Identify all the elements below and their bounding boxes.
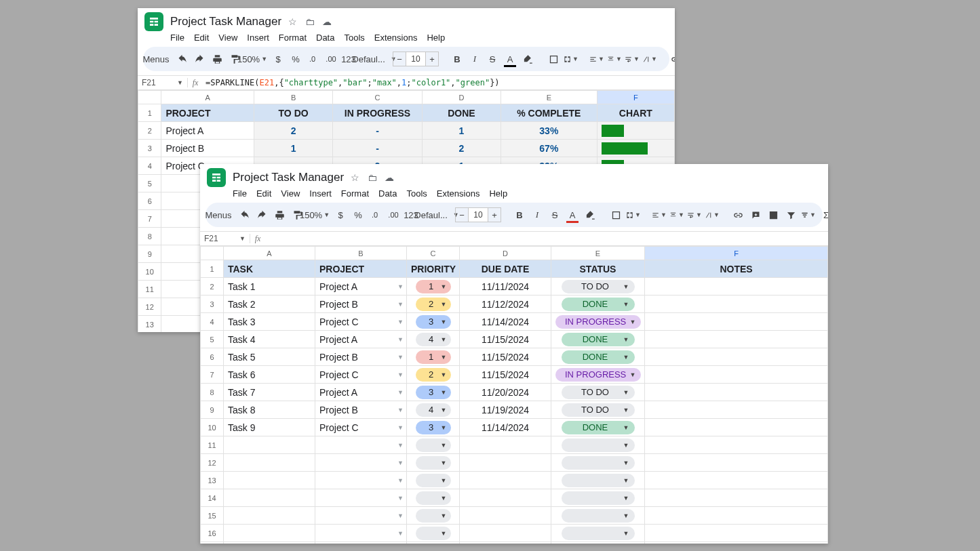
cell-notes[interactable] [645,419,828,436]
cell-due[interactable]: 11/15/2024 [460,348,551,366]
cell-status[interactable]: .▼ [551,489,645,507]
cell-priority[interactable]: .▼ [407,542,460,544]
italic-button[interactable]: I [530,206,545,224]
cell-task[interactable] [224,436,315,454]
status-pill[interactable]: TO DO▼ [562,386,635,399]
cell-priority[interactable]: 3▼ [407,419,460,436]
status-pill[interactable]: DONE▼ [562,298,635,311]
cell-status[interactable]: TO DO▼ [551,384,645,401]
hdr-due[interactable]: DUE DATE [460,260,551,278]
menu-view[interactable]: View [281,188,300,199]
cell-task[interactable]: Task 8 [224,401,315,419]
percent-button[interactable]: % [351,206,366,224]
cell-inprogress[interactable]: - [333,122,422,140]
cell-due[interactable]: 11/19/2024 [460,401,551,419]
cell-project[interactable]: ▼ [315,472,407,489]
col-D[interactable]: D [460,247,551,260]
fill-color-button[interactable] [520,50,535,68]
cell-due[interactable] [460,542,551,544]
col-F[interactable]: F [645,247,828,260]
search-menus[interactable]: Menus [149,50,163,68]
borders-button[interactable] [608,206,623,224]
cell-status[interactable]: TO DO▼ [551,278,645,295]
decrease-decimal-button[interactable]: .0 [306,50,321,68]
row-12[interactable]: 12 [201,454,224,472]
cell-task[interactable]: Task 6 [224,366,315,384]
row-2[interactable]: 2 [138,122,161,140]
row-2[interactable]: 2 [201,278,224,295]
font-size-increase[interactable]: + [425,52,439,66]
cell-notes[interactable] [645,454,828,472]
priority-pill[interactable]: 3▼ [416,386,451,399]
priority-pill[interactable]: .▼ [416,474,451,487]
menu-tools[interactable]: Tools [406,188,427,199]
name-box[interactable]: F21▼ [138,78,188,87]
cell-notes[interactable] [645,278,828,295]
status-pill[interactable]: .▼ [562,438,635,452]
row-11[interactable]: 11 [201,436,224,454]
star-icon[interactable]: ☆ [351,172,359,183]
col-A[interactable]: A [161,91,254,104]
cell-inprogress[interactable]: - [333,140,422,157]
cell-project[interactable]: Project A▼ [315,331,407,348]
col-F[interactable]: F [597,91,674,104]
cell-notes[interactable] [645,472,828,489]
cell-task[interactable]: Task 4 [224,331,315,348]
status-pill[interactable]: .▼ [562,491,635,505]
cell-task[interactable] [224,507,315,525]
cell-status[interactable]: DONE▼ [551,295,645,313]
document-title[interactable]: Project Task Manager [170,15,281,28]
strike-button[interactable]: S [547,206,562,224]
cell-due[interactable] [460,489,551,507]
cell-task[interactable] [224,472,315,489]
cell-pct[interactable]: 67% [501,140,597,157]
cell-project[interactable]: Project B▼ [315,348,407,366]
cell-project[interactable]: Project B▼ [315,295,407,313]
cell-priority[interactable]: .▼ [407,489,460,507]
hdr-3[interactable]: % COMPLETE [501,104,597,122]
cell-chart[interactable] [597,122,674,140]
wrap-button[interactable]: ▼ [687,206,702,224]
undo-button[interactable] [174,50,189,68]
cloud-icon[interactable]: ☁ [385,172,394,183]
cell-priority[interactable]: 4▼ [407,401,460,419]
row-12[interactable]: 12 [138,298,161,316]
cell-status[interactable]: .▼ [551,542,645,544]
status-pill[interactable]: TO DO▼ [562,403,635,417]
cell-notes[interactable] [645,507,828,525]
row-7[interactable]: 7 [201,366,224,384]
cell-notes[interactable] [645,401,828,419]
cell-project[interactable]: ▼ [315,542,407,544]
priority-pill[interactable]: .▼ [416,509,451,523]
cell-pct[interactable]: 33% [501,122,597,140]
merge-button[interactable]: ▼ [564,50,579,68]
menu-data[interactable]: Data [378,188,397,199]
menu-file[interactable]: File [233,188,247,199]
document-title[interactable]: Project Task Manager [233,171,344,184]
priority-pill[interactable]: 1▼ [416,280,451,293]
cell-project[interactable]: ▼ [315,507,407,525]
cell-task[interactable]: Task 5 [224,348,315,366]
decrease-decimal-button[interactable]: .0 [368,206,383,224]
bold-button[interactable]: B [450,50,465,68]
hdr-notes[interactable]: NOTES [645,260,828,278]
cell-due[interactable]: 11/14/2024 [460,419,551,436]
row-11[interactable]: 11 [138,281,161,298]
h-align-button[interactable]: ▼ [589,50,604,68]
cell-notes[interactable] [645,542,828,544]
cell-status[interactable]: IN PROGRESS▼ [551,366,645,384]
row-3[interactable]: 3 [201,295,224,313]
strike-button[interactable]: S [485,50,500,68]
cell-project[interactable]: Project B [161,140,254,157]
currency-button[interactable]: $ [271,50,286,68]
font-size-value[interactable]: 10 [469,207,488,222]
status-pill[interactable]: DONE▼ [562,421,635,434]
cell-due[interactable] [460,436,551,454]
cell-task[interactable]: Task 7 [224,384,315,401]
row-16[interactable]: 16 [201,525,224,542]
priority-pill[interactable]: 4▼ [416,403,451,417]
cell-status[interactable]: .▼ [551,472,645,489]
chart-button[interactable] [766,206,781,224]
col-D[interactable]: D [422,91,501,104]
cell-status[interactable]: DONE▼ [551,419,645,436]
